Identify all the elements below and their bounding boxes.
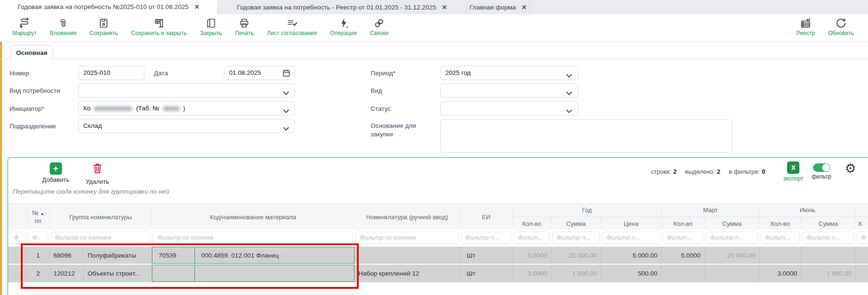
toolbar-label: Реестр	[797, 30, 815, 36]
export-excel-button[interactable]: X экспорт	[783, 161, 804, 182]
header-cut-col[interactable]: К	[856, 217, 868, 230]
cell-year-qty[interactable]: 5.0000	[513, 247, 551, 264]
tab-annual-request-registry[interactable]: Годовая заявка на потребность - Реестр о…	[218, 0, 467, 14]
sort-asc-icon: ▲	[40, 212, 44, 216]
app-window: Годовая заявка на потребность №2025-010 …	[0, 0, 868, 295]
refresh-button[interactable]: Обновить	[828, 18, 854, 36]
registry-button[interactable]: Реестр	[797, 18, 815, 36]
filter-input-ei[interactable]: Фильтр п...	[461, 232, 511, 244]
cell-cut[interactable]	[856, 265, 868, 282]
rows-count-label: строки:	[651, 168, 671, 175]
cell-june-sum[interactable]	[801, 247, 856, 264]
header-june-qty[interactable]: Кол-во	[760, 217, 801, 230]
header-june-sum[interactable]: Сумма	[801, 217, 856, 230]
delete-row-button[interactable]: Удалить	[86, 162, 109, 185]
close-button[interactable]: Закрыть	[200, 18, 221, 36]
filter-input-material[interactable]: Фильтр по колонке	[153, 232, 353, 244]
cell-manual[interactable]: Набор креплений 12	[354, 265, 460, 282]
cell-march-sum[interactable]	[705, 265, 760, 282]
filter-toggle[interactable]: фильтр	[812, 163, 831, 180]
cell-march-qty[interactable]	[662, 265, 705, 282]
reason-textarea[interactable]	[440, 119, 732, 152]
header-manual[interactable]: Номенклатура (ручной ввод)	[354, 204, 460, 230]
cell-ei[interactable]: Шт	[460, 247, 513, 264]
cell-cut[interactable]	[856, 247, 868, 264]
attachments-button[interactable]: Вложения	[50, 18, 76, 36]
cell-year-price[interactable]: 5 000.00	[601, 247, 662, 264]
close-icon[interactable]: ✕	[195, 3, 200, 10]
number-input[interactable]: 2025-010	[78, 66, 144, 80]
header-ei[interactable]: ЕИ	[460, 204, 513, 230]
reason-label-line2: закупки	[371, 131, 393, 138]
calendar-icon[interactable]	[282, 69, 291, 79]
chevron-down-icon[interactable]	[283, 89, 289, 97]
approval-sheet-button[interactable]: Лист согласования	[267, 18, 317, 36]
filter-input-june-qty[interactable]: Фильт...	[761, 232, 800, 244]
header-material[interactable]: Код/наименование материала	[152, 204, 354, 230]
save-button[interactable]: Сохранить	[89, 18, 118, 36]
header-group-march: Март	[662, 204, 760, 217]
redacted-text	[163, 107, 179, 111]
lightning-icon	[338, 18, 349, 29]
print-button[interactable]: Печать	[235, 18, 254, 36]
filter-input-march-sum[interactable]: Фильтр п...	[706, 232, 758, 244]
chevron-down-icon[interactable]	[283, 107, 289, 115]
add-row-button[interactable]: + Добавить	[42, 162, 69, 183]
header-num[interactable]: № ▲пп	[27, 204, 50, 230]
filter-input-year-price[interactable]: Фильтр п...	[602, 232, 660, 244]
filter-input-june-sum[interactable]: Фильтр п...	[802, 232, 854, 244]
tab-annual-request-doc[interactable]: Годовая заявка на потребность №2025-010 …	[0, 0, 218, 14]
chevron-down-icon[interactable]	[283, 124, 289, 133]
chevron-down-icon[interactable]	[566, 71, 572, 80]
links-button[interactable]: Связки	[370, 18, 389, 36]
header-year-qty[interactable]: Кол-во	[513, 217, 551, 230]
filter-input-year-qty[interactable]: Фильт...	[514, 232, 550, 244]
delete-row-label: Удалить	[86, 178, 109, 185]
filter-input-group[interactable]: Фильтр по колонке	[51, 232, 151, 244]
chevron-down-icon[interactable]	[566, 107, 572, 115]
cell-june-qty[interactable]: 3.0000	[760, 265, 801, 282]
tab-osnovnaya[interactable]: Основная	[10, 45, 53, 60]
cell-june-qty[interactable]	[760, 247, 801, 264]
cell-year-sum[interactable]: 1 500.00	[551, 265, 601, 282]
save-close-icon	[153, 18, 165, 29]
filter-input-march-qty[interactable]: Фильт...	[663, 232, 703, 244]
filter-input-manual[interactable]: Фильтр по колонке	[355, 232, 459, 244]
save-and-close-button[interactable]: Сохранить и закрыть	[131, 18, 186, 36]
cell-manual[interactable]	[354, 247, 460, 264]
filter-input-cut[interactable]: Ф...	[857, 232, 868, 244]
close-icon[interactable]: ✕	[442, 4, 447, 11]
header-march-sum[interactable]: Сумма	[705, 217, 760, 230]
filter-input-num[interactable]: Ф..	[28, 232, 48, 244]
cell-june-sum[interactable]: 1 500.00	[801, 265, 856, 282]
initiator-select[interactable]: Ко(Таб. №)	[78, 101, 295, 116]
filter-input-year-sum[interactable]: Фильтр п...	[552, 232, 600, 244]
need-type-select[interactable]	[78, 83, 295, 98]
tab-main-form[interactable]: Главная форма ✕	[467, 0, 530, 14]
header-march-qty[interactable]: Кол-во	[662, 217, 705, 230]
cell-year-qty[interactable]: 3.0000	[513, 265, 551, 282]
chevron-down-icon[interactable]	[566, 89, 572, 97]
status-select[interactable]	[440, 101, 578, 116]
filter-input-marker[interactable]: Ф	[9, 232, 26, 244]
period-select[interactable]: 2025 год	[440, 66, 578, 80]
cell-year-sum[interactable]: 25 000.00	[551, 247, 601, 264]
route-button[interactable]: Маршрут	[12, 18, 36, 36]
date-label: Дата	[154, 70, 168, 77]
header-group[interactable]: Группа номенклатуры	[50, 204, 152, 230]
registry-icon	[799, 18, 812, 29]
operations-button[interactable]: Операции	[330, 18, 357, 36]
window-tab-bar: Годовая заявка на потребность №2025-010 …	[0, 0, 868, 15]
cell-march-sum[interactable]: 25 000.00	[705, 247, 760, 264]
close-icon[interactable]: ✕	[522, 4, 527, 11]
header-year-sum[interactable]: Сумма	[551, 217, 601, 230]
cell-year-price[interactable]: 500.00	[601, 265, 662, 282]
refresh-icon	[835, 18, 847, 29]
cell-ei[interactable]: Шт	[460, 265, 513, 282]
kind-select[interactable]	[440, 83, 578, 98]
department-select[interactable]: Склад	[78, 119, 295, 133]
gear-icon[interactable]: ⚙	[845, 162, 856, 175]
save-icon	[98, 18, 109, 29]
header-year-price[interactable]: Цена	[601, 217, 662, 230]
cell-march-qty[interactable]: 5.0000	[662, 247, 705, 264]
